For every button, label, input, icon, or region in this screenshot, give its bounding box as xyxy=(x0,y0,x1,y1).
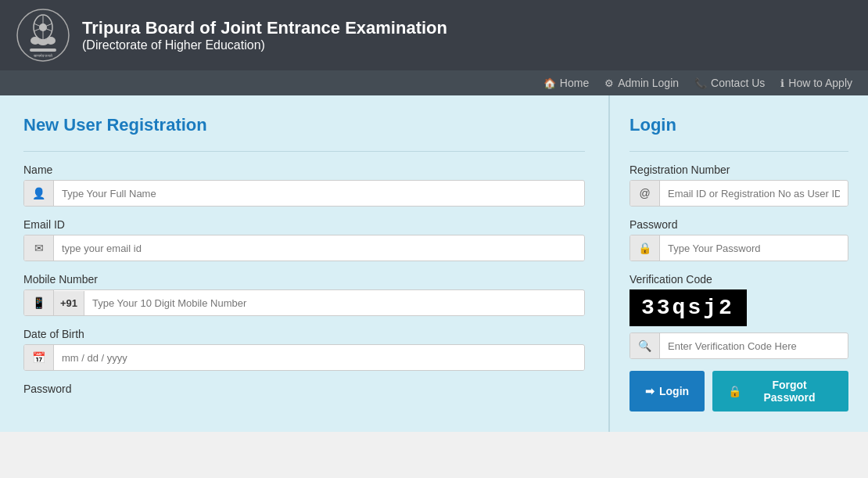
captcha-image: 33qsj2 xyxy=(629,289,747,326)
mobile-icon: 📱 xyxy=(24,290,54,315)
email-input-wrapper: ✉ xyxy=(23,235,585,261)
login-password-input[interactable] xyxy=(660,236,848,261)
nav-admin-label: Admin Login xyxy=(618,77,679,89)
admin-icon: ⚙ xyxy=(604,77,614,89)
forgot-btn-icon: 🔒 xyxy=(728,385,741,397)
header: सत्यमेव जयते Tripura Board of Joint Entr… xyxy=(0,0,868,70)
calendar-icon: 📅 xyxy=(24,345,54,370)
login-password-wrapper: 🔒 xyxy=(629,235,848,261)
login-separator xyxy=(629,151,848,152)
login-password-group: Password 🔒 xyxy=(629,218,848,261)
mobile-input-wrapper: 📱 +91 xyxy=(23,289,585,316)
navbar: 🏠 Home ⚙ Admin Login 📞 Contact Us ℹ How … xyxy=(0,70,868,95)
login-buttons: ➡ Login 🔒 Forgot Password xyxy=(629,371,848,412)
login-title: Login xyxy=(629,115,848,135)
name-input[interactable] xyxy=(54,181,584,206)
nav-home[interactable]: 🏠 Home xyxy=(543,77,589,89)
reg-number-label: Registration Number xyxy=(629,164,848,176)
verification-input[interactable] xyxy=(660,334,848,358)
main-content: New User Registration Name 👤 Email ID ✉ … xyxy=(0,95,868,432)
email-icon: ✉ xyxy=(24,235,54,261)
lock-icon: 🔒 xyxy=(630,235,660,261)
logo: सत्यमेव जयते xyxy=(16,8,70,63)
header-title-line1: Tripura Board of Joint Entrance Examinat… xyxy=(82,18,447,38)
header-title-line2: (Directorate of Higher Education) xyxy=(82,38,447,52)
user-icon: 👤 xyxy=(24,181,54,206)
svg-rect-9 xyxy=(30,49,56,52)
svg-point-8 xyxy=(38,39,48,45)
header-title: Tripura Board of Joint Entrance Examinat… xyxy=(82,18,447,52)
at-icon: @ xyxy=(630,181,660,206)
forgot-password-button[interactable]: 🔒 Forgot Password xyxy=(712,371,848,412)
email-label: Email ID xyxy=(23,218,585,231)
verification-wrapper: 🔍 xyxy=(629,332,848,359)
email-input[interactable] xyxy=(54,236,584,261)
dob-group: Date of Birth 📅 xyxy=(23,328,585,371)
mobile-label: Mobile Number xyxy=(23,273,585,286)
login-btn-label: Login xyxy=(659,385,689,397)
mobile-input[interactable] xyxy=(84,291,584,315)
nav-how-to-apply[interactable]: ℹ How to Apply xyxy=(780,77,852,89)
verification-label: Verification Code xyxy=(629,273,848,286)
mobile-group: Mobile Number 📱 +91 xyxy=(23,273,585,316)
captcha-icon: 🔍 xyxy=(630,333,660,358)
separator xyxy=(23,151,585,152)
reg-number-wrapper: @ xyxy=(629,180,848,207)
name-input-wrapper: 👤 xyxy=(23,180,585,207)
phone-icon: 📞 xyxy=(694,77,707,89)
nav-contact[interactable]: 📞 Contact Us xyxy=(694,77,765,89)
login-password-label: Password xyxy=(629,218,848,231)
login-btn-icon: ➡ xyxy=(645,385,655,397)
verification-group: Verification Code 33qsj2 🔍 xyxy=(629,273,848,359)
nav-contact-label: Contact Us xyxy=(711,77,765,89)
nav-apply-label: How to Apply xyxy=(788,77,852,89)
dob-input-wrapper: 📅 xyxy=(23,344,585,371)
reg-number-group: Registration Number @ xyxy=(629,164,848,207)
svg-text:सत्यमेव जयते: सत्यमेव जयते xyxy=(33,53,52,58)
registration-title: New User Registration xyxy=(23,115,585,135)
mobile-prefix: +91 xyxy=(54,291,84,315)
reg-number-input[interactable] xyxy=(660,181,848,206)
name-group: Name 👤 xyxy=(23,164,585,207)
dob-input[interactable] xyxy=(54,346,584,370)
info-icon: ℹ xyxy=(780,77,784,89)
nav-home-label: Home xyxy=(560,77,589,89)
reg-password-label: Password xyxy=(23,383,585,395)
email-group: Email ID ✉ xyxy=(23,218,585,261)
forgot-btn-label: Forgot Password xyxy=(746,379,833,404)
reg-password-group: Password xyxy=(23,383,585,395)
login-button[interactable]: ➡ Login xyxy=(629,371,705,412)
registration-panel: New User Registration Name 👤 Email ID ✉ … xyxy=(0,95,610,432)
login-panel: Login Registration Number @ Password 🔒 V… xyxy=(610,95,868,432)
nav-admin-login[interactable]: ⚙ Admin Login xyxy=(604,77,679,89)
home-icon: 🏠 xyxy=(543,77,556,89)
dob-label: Date of Birth xyxy=(23,328,585,340)
name-label: Name xyxy=(23,164,585,176)
